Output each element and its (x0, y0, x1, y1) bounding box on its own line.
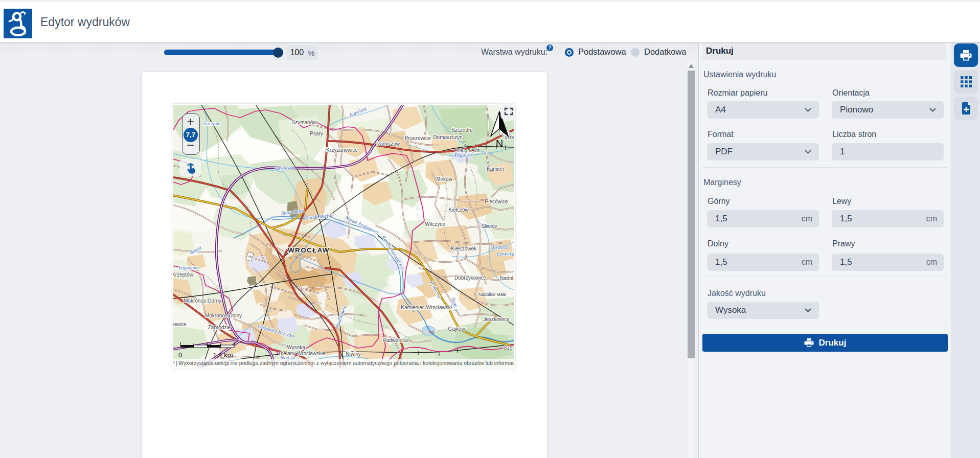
svg-text:Nadolice Małe: Nadolice Małe (478, 292, 506, 297)
svg-text:Domaszczyn: Domaszczyn (433, 134, 462, 140)
svg-text:Wilczyce: Wilczyce (425, 221, 445, 227)
svg-text:Mokronos Dolny: Mokronos Dolny (205, 313, 242, 318)
svg-text:Mokronos Górny: Mokronos Górny (184, 298, 221, 304)
svg-text:0: 0 (178, 351, 182, 359)
svg-text:Mirków: Mirków (436, 176, 452, 182)
svg-text:Szymanów: Szymanów (292, 120, 317, 125)
svg-text:Dobrzykowice: Dobrzykowice (454, 275, 487, 281)
svg-text:Trzciana: Trzciana (202, 121, 220, 126)
svg-text:Ramiszów: Ramiszów (376, 141, 400, 147)
svg-text:Kiełczówek: Kiełczówek (451, 246, 477, 251)
svg-text:WROCŁAW: WROCŁAW (288, 246, 330, 254)
svg-text:Kiełczów: Kiełczów (448, 207, 469, 213)
svg-text:Jeszkowice: Jeszkowice (483, 316, 510, 322)
svg-text:Pega: Pega (454, 152, 465, 158)
svg-text:Krzyżanowice: Krzyżanowice (326, 147, 358, 153)
svg-text:Zabrodzie: Zabrodzie (208, 325, 231, 330)
svg-text:Niwiny: Niwiny (346, 351, 360, 357)
svg-text:Pruszowice: Pruszowice (404, 135, 431, 141)
svg-text:Piecówice: Piecówice (485, 199, 508, 204)
svg-text:N: N (496, 138, 503, 149)
svg-text:Kamień: Kamień (487, 166, 504, 172)
svg-text:Śliwice: Śliwice (481, 223, 497, 229)
svg-text:Czer: Czer (503, 345, 514, 351)
svg-text:Nadol: Nadol (500, 276, 513, 281)
svg-text:Szczodre: Szczodre (451, 127, 473, 133)
svg-text:Oleśnica: Oleśnica (490, 244, 509, 250)
svg-text:Kamieniec Wrocławski: Kamieniec Wrocławski (401, 305, 452, 310)
svg-text:Psary: Psary (310, 131, 323, 136)
svg-text:Gajków: Gajków (448, 326, 465, 332)
svg-text:Ługowina: Ługowina (178, 265, 199, 270)
svg-text:Leniwka: Leniwka (496, 251, 514, 257)
svg-text:Wysoka: Wysoka (287, 345, 305, 350)
svg-text:kowice: kowice (173, 322, 187, 327)
svg-text:Radwanica: Radwanica (382, 337, 408, 343)
svg-text:yków: yków (505, 134, 514, 140)
svg-text:1,4 km: 1,4 km (213, 351, 233, 359)
svg-text:Krzeptów: Krzeptów (173, 272, 194, 278)
